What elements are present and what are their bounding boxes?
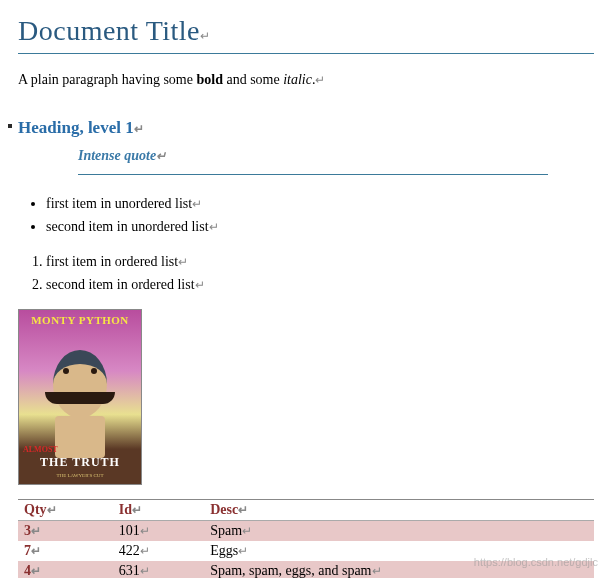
pilcrow: ↵ [238,503,248,517]
cell-text: 3 [24,523,31,538]
ordered-list: first item in ordered list↵ second item … [18,251,594,295]
table-header-row: Qty↵ Id↵ Desc↵ [18,500,594,521]
pilcrow: ↵ [140,524,150,538]
pilcrow: ↵ [132,503,142,517]
image-eyes [63,368,97,374]
embedded-image: MONTY PYTHON ALMOST THE TRUTH THE LAWYER… [18,309,142,485]
intro-paragraph: A plain paragraph having some bold and s… [18,72,594,88]
cell-text: 631 [119,563,140,578]
cell-qty: 7↵ [18,541,113,561]
image-pedestal [55,416,105,458]
pilcrow: ↵ [47,503,57,517]
image-truth-text: THE TRUTH [19,455,141,470]
cell-text: Spam, spam, eggs, and spam [210,563,371,578]
pilcrow: ↵ [209,220,219,234]
heading-1-text: Heading, level 1 [18,118,134,137]
cell-qty: 3↵ [18,521,113,542]
cell-qty: 4↵ [18,561,113,578]
cell-text: 422 [119,543,140,558]
image-face [53,350,107,418]
cell-text: Spam [210,523,242,538]
th-qty: Qty↵ [18,500,113,521]
pilcrow: ↵ [315,73,325,87]
cell-id: 422↵ [113,541,204,561]
title-text: Document Title [18,15,200,46]
list-item: second item in unordered list↵ [46,216,594,237]
li-text: second item in unordered list [46,219,209,234]
pilcrow: ↵ [31,564,41,578]
quote-text: Intense quote [78,148,156,163]
image-sub-text: THE LAWYER'S CUT [19,473,141,478]
pilcrow: ↵ [140,564,150,578]
cell-text: 7 [24,543,31,558]
th-id: Id↵ [113,500,204,521]
pilcrow: ↵ [134,122,144,136]
image-title-text: MONTY PYTHON [19,314,141,326]
pilcrow: ↵ [140,544,150,558]
pilcrow: ↵ [372,564,382,578]
para-italic: italic [283,72,312,87]
th-desc: Desc↵ [204,500,594,521]
pilcrow: ↵ [178,255,188,269]
pilcrow: ↵ [200,29,211,43]
anchor-dot [8,124,12,128]
li-text: second item in ordered list [46,277,195,292]
unordered-list: first item in unordered list↵ second ite… [18,193,594,237]
pilcrow: ↵ [156,149,166,163]
para-mid: and some [223,72,283,87]
image-mustache [45,392,115,404]
cell-desc: Spam↵ [204,521,594,542]
pilcrow: ↵ [31,544,41,558]
list-item: first item in unordered list↵ [46,193,594,214]
quote-block: Intense quote↵ [78,148,548,175]
cell-text: 101 [119,523,140,538]
list-item: second item in ordered list↵ [46,274,594,295]
list-item: first item in ordered list↵ [46,251,594,272]
heading-1: Heading, level 1↵ [18,118,594,138]
pilcrow: ↵ [238,544,248,558]
para-bold: bold [196,72,222,87]
th-text: Desc [210,502,238,517]
pilcrow: ↵ [195,278,205,292]
cell-text: 4 [24,563,31,578]
intense-quote: Intense quote↵ [78,148,548,175]
image-almost-text: ALMOST [23,445,58,454]
table-row: 3↵ 101↵ Spam↵ [18,521,594,542]
pilcrow: ↵ [31,524,41,538]
li-text: first item in ordered list [46,254,178,269]
para-pre: A plain paragraph having some [18,72,196,87]
cell-id: 631↵ [113,561,204,578]
li-text: first item in unordered list [46,196,192,211]
cell-id: 101↵ [113,521,204,542]
th-text: Id [119,502,132,517]
document-title: Document Title↵ [18,15,594,54]
watermark: https://blog.csdn.net/gdjlc [474,556,598,568]
pilcrow: ↵ [242,524,252,538]
pilcrow: ↵ [192,197,202,211]
cell-text: Eggs [210,543,238,558]
th-text: Qty [24,502,47,517]
